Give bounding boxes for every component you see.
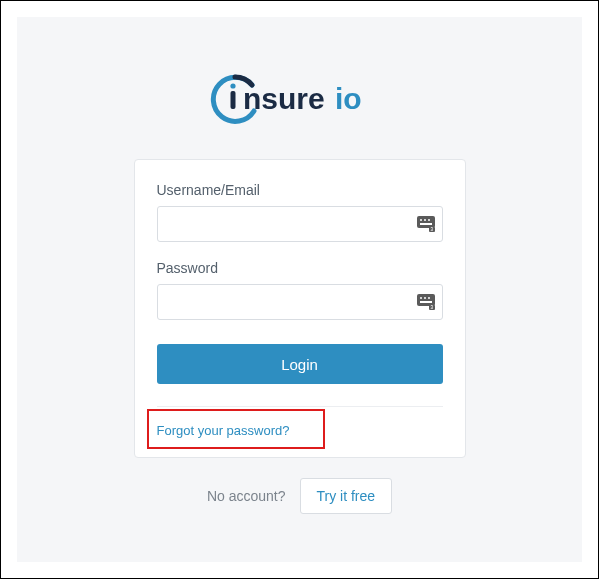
svg-text:nsure: nsure	[243, 82, 325, 115]
login-page: nsure io Username/Email 3 Password	[17, 17, 582, 562]
username-input[interactable]	[157, 206, 443, 242]
svg-text:io: io	[335, 82, 362, 115]
password-label: Password	[157, 260, 443, 276]
forgot-password-area: Forgot your password?	[157, 421, 443, 439]
password-input[interactable]	[157, 284, 443, 320]
no-account-text: No account?	[207, 488, 286, 504]
svg-point-0	[230, 83, 235, 88]
password-input-wrap: 3	[157, 284, 443, 320]
login-card: Username/Email 3 Password	[134, 159, 466, 458]
login-button[interactable]: Login	[157, 344, 443, 384]
username-label: Username/Email	[157, 182, 443, 198]
signup-footer: No account? Try it free	[207, 478, 392, 514]
insureio-logo-icon: nsure io	[205, 71, 395, 125]
divider	[157, 406, 443, 407]
forgot-password-link[interactable]: Forgot your password?	[157, 423, 290, 438]
brand-logo: nsure io	[205, 71, 395, 125]
svg-rect-1	[230, 91, 235, 109]
try-it-free-button[interactable]: Try it free	[300, 478, 393, 514]
username-input-wrap: 3	[157, 206, 443, 242]
